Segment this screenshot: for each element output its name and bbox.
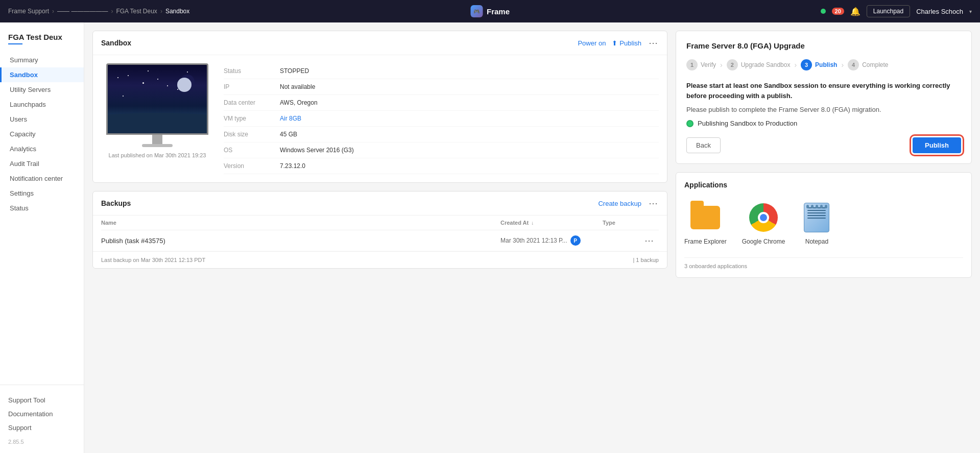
step-complete-label: Complete — [862, 61, 888, 68]
sidebar-support-tool-link[interactable]: Support Tool — [0, 393, 84, 407]
spiral-dot-1 — [806, 205, 809, 208]
publish-upgrade-button[interactable]: Publish — [913, 137, 961, 153]
backup-actions[interactable]: ⋯ — [643, 236, 659, 245]
col-type-header: Type — [603, 220, 643, 226]
sidebar-item-status[interactable]: Status — [0, 201, 84, 216]
backup-more-options-button[interactable]: ⋯ — [643, 236, 655, 245]
spiral-dot-4 — [820, 205, 823, 208]
nav-brand: Frame — [487, 7, 510, 16]
app-frame-explorer[interactable]: Frame Explorer — [684, 201, 727, 245]
spiral-dot-3 — [816, 205, 818, 208]
detail-vmtype: VM type Air 8GB — [224, 111, 659, 127]
backups-more-options-button[interactable]: ⋯ — [648, 199, 659, 208]
sidebar-item-launchpads[interactable]: Launchpads — [0, 97, 84, 112]
notification-badge[interactable]: 20 — [832, 8, 844, 15]
backups-card: Backups Create backup ⋯ Name Created At … — [92, 191, 667, 269]
sidebar-item-notification-center[interactable]: Notification center — [0, 171, 84, 186]
breadcrumb-sep2: › — [111, 8, 113, 15]
create-backup-button[interactable]: Create backup — [598, 200, 641, 207]
sandbox-card: Sandbox Power on ⬆ Publish ⋯ — [92, 31, 667, 183]
step-verify-num: 1 — [686, 59, 698, 70]
sandbox-screenshot — [106, 63, 208, 135]
sidebar-documentation-link[interactable]: Documentation — [0, 407, 84, 421]
col-actions-header — [643, 220, 659, 226]
sidebar-item-utility-servers[interactable]: Utility Servers — [0, 82, 84, 97]
disksize-value: 45 GB — [280, 131, 297, 138]
backup-name: Publish (task #43575) — [101, 237, 500, 245]
datacenter-value: AWS, Oregon — [280, 99, 318, 106]
app-google-chrome[interactable]: Google Chrome — [742, 201, 785, 245]
sandbox-card-title: Sandbox — [101, 39, 578, 47]
chrome-center-icon — [758, 212, 769, 223]
app-notepad[interactable]: Notepad — [800, 201, 833, 245]
frame-logo-icon: 🎮 — [470, 5, 483, 17]
frame-explorer-name: Frame Explorer — [684, 238, 727, 245]
step-publish: 3 Publish — [801, 59, 837, 70]
google-chrome-name: Google Chrome — [742, 238, 785, 245]
version-value: 7.23.12.0 — [280, 162, 305, 170]
publish-sandbox-button[interactable]: ⬆ Publish — [612, 39, 641, 47]
detail-ip: IP Not available — [224, 79, 659, 95]
sidebar-item-users[interactable]: Users — [0, 112, 84, 127]
notepad-line-5 — [807, 218, 826, 219]
notepad-app-icon — [800, 201, 833, 234]
breadcrumb-account[interactable]: —— —————— — [57, 8, 108, 15]
chrome-wheel-icon — [749, 203, 778, 232]
detail-status: Status STOPPED — [224, 63, 659, 79]
upgrade-buttons: Back Publish — [686, 137, 961, 153]
notepad-line-4 — [807, 215, 826, 216]
screen-hills — [108, 108, 207, 133]
steps-row: 1 Verify › 2 Upgrade Sandbox › 3 Publish… — [686, 59, 961, 70]
step-complete-num: 4 — [848, 59, 859, 70]
sidebar-divider — [8, 43, 22, 44]
backups-card-footer: Last backup on Mar 30th 2021 12:13 PDT |… — [93, 251, 667, 268]
datacenter-label: Data center — [224, 99, 280, 106]
sidebar-item-summary[interactable]: Summary — [0, 53, 84, 67]
left-column: Sandbox Power on ⬆ Publish ⋯ — [92, 31, 667, 445]
sandbox-body: Last published on Mar 30th 2021 19:23 St… — [93, 55, 667, 182]
vmtype-value[interactable]: Air 8GB — [280, 115, 301, 122]
monitor-stand — [152, 135, 162, 144]
sidebar-account-title: FGA Test Deux — [0, 33, 84, 43]
breadcrumb-fga[interactable]: FGA Test Deux — [116, 8, 157, 15]
power-on-button[interactable]: Power on — [578, 39, 606, 47]
sidebar-support-link[interactable]: Support — [0, 421, 84, 435]
launchpad-button[interactable]: Launchpad — [867, 5, 910, 17]
right-column: Frame Server 8.0 (FGA) Upgrade 1 Verify … — [676, 31, 972, 445]
status-label: Status — [224, 67, 280, 75]
col-created-header[interactable]: Created At ↓ — [500, 220, 603, 226]
backups-card-header: Backups Create backup ⋯ — [93, 192, 667, 216]
detail-version: Version 7.23.12.0 — [224, 158, 659, 174]
version-label: Version — [224, 162, 280, 170]
detail-datacenter: Data center AWS, Oregon — [224, 95, 659, 111]
sidebar-item-audit-trail[interactable]: Audit Trail — [0, 156, 84, 171]
table-row: Publish (task #43575) Mar 30th 2021 12:1… — [101, 230, 659, 251]
step-upgrade-num: 2 — [727, 59, 738, 70]
upgrade-card: Frame Server 8.0 (FGA) Upgrade 1 Verify … — [676, 31, 972, 164]
vmtype-label: VM type — [224, 115, 280, 122]
backup-type-badge: P — [570, 235, 581, 246]
detail-disksize: Disk size 45 GB — [224, 127, 659, 142]
sidebar-item-analytics[interactable]: Analytics — [0, 141, 84, 156]
backups-count: | 1 backup — [633, 257, 659, 263]
step-sep-2: › — [794, 61, 797, 69]
user-name[interactable]: Charles Schoch — [916, 8, 963, 15]
upgrade-status: Publishing Sandbox to Production — [686, 120, 961, 127]
back-button[interactable]: Back — [686, 137, 721, 153]
step-upgrade-label: Upgrade Sandbox — [741, 61, 791, 68]
breadcrumb-sep3: › — [160, 8, 162, 15]
sandbox-more-options-button[interactable]: ⋯ — [648, 38, 659, 47]
bell-icon[interactable]: 🔔 — [850, 7, 861, 16]
status-value: STOPPED — [280, 67, 309, 75]
notepad-name: Notepad — [805, 238, 828, 245]
spiral-dot-5 — [825, 205, 827, 208]
sandbox-card-actions: Power on ⬆ Publish ⋯ — [578, 38, 659, 47]
breadcrumb-frame-support[interactable]: Frame Support — [8, 8, 49, 15]
sandbox-last-published: Last published on Mar 30th 2021 19:23 — [109, 152, 206, 158]
publishing-status-dot — [686, 120, 694, 127]
sidebar-item-sandbox[interactable]: Sandbox — [0, 67, 84, 82]
table-header: Name Created At ↓ Type — [101, 216, 659, 230]
sidebar-item-settings[interactable]: Settings — [0, 186, 84, 201]
upload-icon: ⬆ — [612, 39, 617, 47]
sidebar-item-capacity[interactable]: Capacity — [0, 127, 84, 141]
